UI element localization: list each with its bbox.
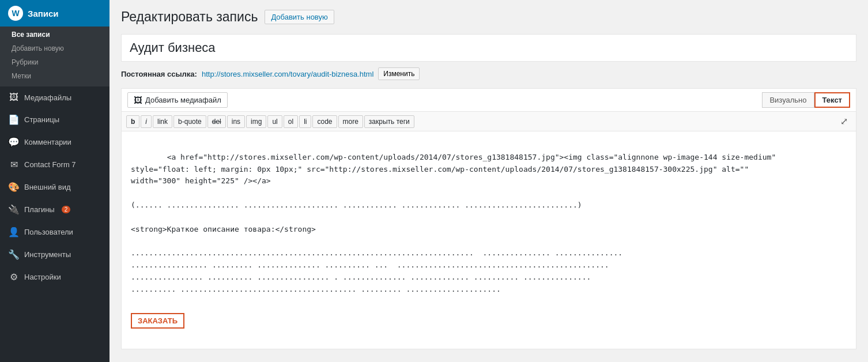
fmt-ol[interactable]: ol xyxy=(284,115,298,128)
add-media-icon: 🖼 xyxy=(134,95,142,105)
order-button[interactable]: ЗАКАЗАТЬ xyxy=(131,313,184,329)
sidebar-item-tools-label: Инструменты xyxy=(24,250,71,259)
editor-line-1: <a href="http://stores.mixseller.com/wp-… xyxy=(167,153,776,161)
sidebar-item-comments[interactable]: 💬 Комментарии xyxy=(0,131,110,153)
add-media-button[interactable]: 🖼 Добавить медиафайл xyxy=(127,92,228,108)
editor-line-11: ................ .......... ............… xyxy=(131,273,591,281)
editor-line-7: <strong>Краткое описание товара:</strong… xyxy=(131,225,316,233)
permalink-label: Постоянная ссылка: xyxy=(121,70,197,78)
tools-icon: 🔧 xyxy=(8,249,20,260)
tab-text[interactable]: Текст xyxy=(814,92,850,108)
sidebar-logo[interactable]: W Записи xyxy=(0,0,110,27)
cf7-icon: ✉ xyxy=(8,159,20,170)
sidebar: W Записи Все записи Добавить новую Рубри… xyxy=(0,0,110,362)
editor-line-5: (...... ................ ...............… xyxy=(131,201,582,209)
sidebar-logo-label: Записи xyxy=(28,9,59,18)
sidebar-item-appearance[interactable]: 🎨 Внешний вид xyxy=(0,176,110,198)
fmt-italic[interactable]: i xyxy=(141,115,152,128)
post-title: Аудит бизнеса xyxy=(130,40,848,55)
fmt-del[interactable]: del xyxy=(207,115,226,128)
editor-line-3: width="300" height="225" /></a> xyxy=(131,176,271,185)
fmt-code[interactable]: code xyxy=(312,115,337,128)
sidebar-item-pages-label: Страницы xyxy=(24,115,59,124)
sidebar-item-cf7-label: Contact Form 7 xyxy=(24,160,76,169)
editor-line-9: ........................................… xyxy=(131,248,622,257)
sidebar-item-settings-label: Настройки xyxy=(24,273,61,281)
appearance-icon: 🎨 xyxy=(8,182,20,193)
fmt-link[interactable]: link xyxy=(153,115,172,128)
view-tabs: Визуально Текст xyxy=(762,92,850,108)
sidebar-item-tools[interactable]: 🔧 Инструменты xyxy=(0,243,110,266)
sidebar-item-media-label: Медиафайлы xyxy=(24,93,71,102)
sidebar-item-media[interactable]: 🖼 Медиафайлы xyxy=(0,86,110,108)
editor-line-2: style="float: left; margin: 0px 10px;" s… xyxy=(131,165,749,174)
expand-editor-button[interactable]: ⤢ xyxy=(837,115,851,128)
page-heading: Редактировать запись Добавить новую xyxy=(121,9,856,25)
sidebar-item-plugins-label: Плагины xyxy=(24,205,55,214)
editor-top-bar: 🖼 Добавить медиафайл Визуально Текст xyxy=(122,89,856,112)
sidebar-item-tags[interactable]: Метки xyxy=(0,69,110,83)
permalink-link[interactable]: http://stores.mixseller.com/tovary/audit… xyxy=(202,70,373,78)
media-icon: 🖼 xyxy=(8,92,20,103)
plugins-badge: 2 xyxy=(62,206,71,213)
editor-content-area[interactable]: <a href="http://stores.mixseller.com/wp-… xyxy=(122,131,856,349)
wp-icon: W xyxy=(8,6,23,21)
sidebar-item-plugins[interactable]: 🔌 Плагины 2 xyxy=(0,198,110,221)
main-content: Редактировать запись Добавить новую Ауди… xyxy=(110,0,868,362)
plugins-icon: 🔌 xyxy=(8,204,20,215)
permalink-change-button[interactable]: Изменить xyxy=(378,67,420,80)
sidebar-item-add-new-post[interactable]: Добавить новую xyxy=(0,42,110,55)
fmt-bquote[interactable]: b-quote xyxy=(173,115,206,128)
sidebar-item-appearance-label: Внешний вид xyxy=(24,183,71,191)
fmt-li[interactable]: li xyxy=(299,115,311,128)
sidebar-item-pages[interactable]: 📄 Страницы xyxy=(0,108,110,131)
comments-icon: 💬 xyxy=(8,137,20,148)
posts-sub-menu: Все записи Добавить новую Рубрики Метки xyxy=(0,27,110,86)
fmt-close-tags[interactable]: закрыть теги xyxy=(364,115,414,128)
tab-visual[interactable]: Визуально xyxy=(762,92,814,108)
editor-wrap: 🖼 Добавить медиафайл Визуально Текст b i… xyxy=(121,88,856,349)
sidebar-item-users[interactable]: 👤 Пользователи xyxy=(0,221,110,243)
fmt-img[interactable]: img xyxy=(246,115,266,128)
pages-icon: 📄 xyxy=(8,114,20,125)
editor-line-10: ................. ......... ............… xyxy=(131,261,609,269)
add-media-label: Добавить медиафайл xyxy=(145,96,221,104)
fmt-bold[interactable]: b xyxy=(126,115,139,128)
fmt-ul[interactable]: ul xyxy=(267,115,282,128)
sidebar-item-categories[interactable]: Рубрики xyxy=(0,55,110,69)
users-icon: 👤 xyxy=(8,227,20,237)
sidebar-item-comments-label: Комментарии xyxy=(24,138,71,146)
sidebar-item-cf7[interactable]: ✉ Contact Form 7 xyxy=(0,153,110,176)
fmt-ins[interactable]: ins xyxy=(227,115,245,128)
permalink-row: Постоянная ссылка: http://stores.mixsell… xyxy=(121,67,856,80)
sidebar-item-all-posts[interactable]: Все записи xyxy=(0,28,110,42)
page-title: Редактировать запись xyxy=(121,9,258,25)
editor-line-12: .......... .............................… xyxy=(131,285,501,293)
fmt-more[interactable]: more xyxy=(338,115,363,128)
sidebar-item-users-label: Пользователи xyxy=(24,228,73,236)
sidebar-item-settings[interactable]: ⚙ Настройки xyxy=(0,266,110,288)
settings-icon: ⚙ xyxy=(8,272,20,282)
editor-format-bar: b i link b-quote del ins img ul ol li co… xyxy=(122,112,856,131)
post-title-box: Аудит бизнеса xyxy=(121,34,856,62)
add-new-button[interactable]: Добавить новую xyxy=(265,10,334,24)
